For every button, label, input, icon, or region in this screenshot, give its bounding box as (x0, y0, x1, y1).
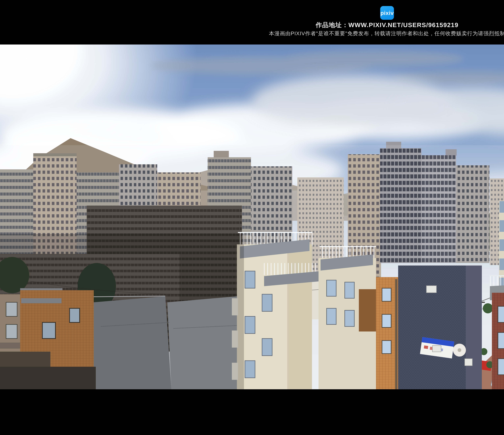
author-url-line: 作品地址：WWW.PIXIV.NET/USERS/96159219 (0, 21, 504, 29)
city-scene-illustration (0, 44, 504, 389)
letterbox-top: pixiv 作品地址：WWW.PIXIV.NET/USERS/96159219 … (0, 0, 504, 44)
comic-page: pixiv 作品地址：WWW.PIXIV.NET/USERS/96159219 … (0, 0, 504, 435)
pixiv-logo-text: pixiv (380, 10, 394, 16)
license-line: 本漫画由PIXIV作者"是谁不重要"免费发布，转载请注明作者和出处，任何收费贩卖… (0, 30, 504, 37)
pixiv-logo-icon: pixiv (380, 6, 394, 20)
letterbox-bottom (0, 389, 504, 435)
